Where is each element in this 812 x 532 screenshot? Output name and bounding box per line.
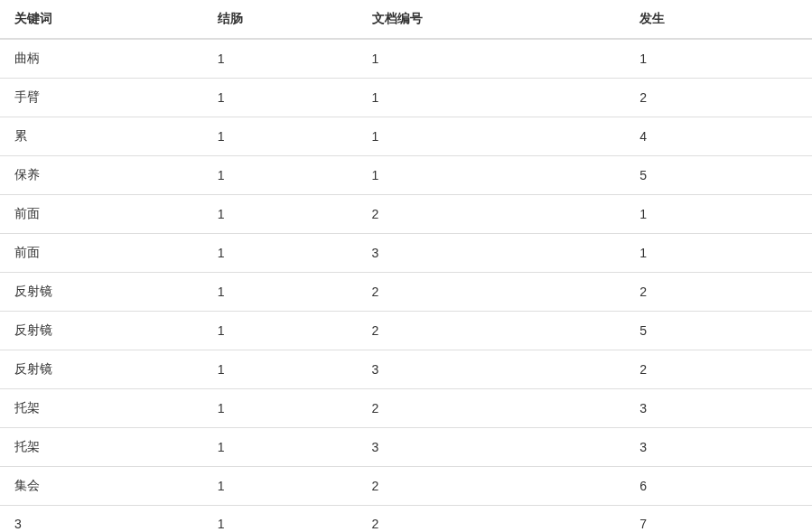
cell-keyword: 前面 (0, 234, 203, 273)
table-row: 手臂112 (0, 79, 812, 117)
cell-occur: 2 (625, 79, 812, 117)
cell-docnum: 3 (358, 350, 626, 389)
keyword-table-container: 关键词 结肠 文档编号 发生 曲柄111手臂112累114保养115前面121前… (0, 0, 812, 532)
cell-keyword: 保养 (0, 156, 203, 195)
cell-colon: 1 (203, 156, 358, 195)
cell-docnum: 2 (358, 467, 626, 506)
cell-colon: 1 (203, 234, 358, 273)
cell-colon: 1 (203, 39, 358, 79)
cell-docnum: 3 (358, 234, 626, 273)
cell-docnum: 2 (358, 273, 626, 312)
cell-docnum: 2 (358, 195, 626, 234)
cell-occur: 1 (625, 39, 812, 79)
cell-keyword: 托架 (0, 428, 203, 467)
cell-colon: 1 (203, 195, 358, 234)
cell-docnum: 3 (358, 428, 626, 467)
cell-colon: 1 (203, 389, 358, 428)
cell-occur: 2 (625, 273, 812, 312)
cell-colon: 1 (203, 117, 358, 156)
table-row: 反射镜125 (0, 312, 812, 350)
cell-occur: 5 (625, 312, 812, 350)
cell-keyword: 曲柄 (0, 39, 203, 79)
cell-occur: 7 (625, 506, 812, 533)
cell-occur: 5 (625, 156, 812, 195)
table-row: 托架123 (0, 389, 812, 428)
table-body: 曲柄111手臂112累114保养115前面121前面131反射镜122反射镜12… (0, 39, 812, 532)
cell-keyword: 反射镜 (0, 350, 203, 389)
cell-colon: 1 (203, 312, 358, 350)
cell-docnum: 1 (358, 79, 626, 117)
cell-keyword: 累 (0, 117, 203, 156)
cell-docnum: 2 (358, 312, 626, 350)
cell-keyword: 前面 (0, 195, 203, 234)
table-header-row: 关键词 结肠 文档编号 发生 (0, 0, 812, 39)
cell-keyword: 集会 (0, 467, 203, 506)
cell-keyword: 3 (0, 506, 203, 533)
table-row: 保养115 (0, 156, 812, 195)
cell-occur: 1 (625, 195, 812, 234)
cell-occur: 2 (625, 350, 812, 389)
table-row: 累114 (0, 117, 812, 156)
cell-docnum: 1 (358, 39, 626, 79)
table-row: 反射镜132 (0, 350, 812, 389)
table-row: 托架133 (0, 428, 812, 467)
table-row: 集会126 (0, 467, 812, 506)
cell-docnum: 1 (358, 156, 626, 195)
header-colon: 结肠 (203, 0, 358, 39)
cell-occur: 3 (625, 389, 812, 428)
cell-colon: 1 (203, 79, 358, 117)
cell-colon: 1 (203, 273, 358, 312)
cell-occur: 1 (625, 234, 812, 273)
cell-colon: 1 (203, 350, 358, 389)
cell-keyword: 反射镜 (0, 312, 203, 350)
table-row: 前面121 (0, 195, 812, 234)
header-occur: 发生 (625, 0, 812, 39)
cell-docnum: 2 (358, 506, 626, 533)
cell-keyword: 托架 (0, 389, 203, 428)
table-row: 3127 (0, 506, 812, 533)
cell-keyword: 手臂 (0, 79, 203, 117)
keyword-table: 关键词 结肠 文档编号 发生 曲柄111手臂112累114保养115前面121前… (0, 0, 812, 532)
table-row: 前面131 (0, 234, 812, 273)
cell-colon: 1 (203, 428, 358, 467)
cell-colon: 1 (203, 467, 358, 506)
cell-docnum: 1 (358, 117, 626, 156)
cell-occur: 4 (625, 117, 812, 156)
table-row: 反射镜122 (0, 273, 812, 312)
header-keyword: 关键词 (0, 0, 203, 39)
table-row: 曲柄111 (0, 39, 812, 79)
cell-keyword: 反射镜 (0, 273, 203, 312)
header-docnum: 文档编号 (358, 0, 626, 39)
cell-colon: 1 (203, 506, 358, 533)
cell-occur: 3 (625, 428, 812, 467)
cell-occur: 6 (625, 467, 812, 506)
cell-docnum: 2 (358, 389, 626, 428)
